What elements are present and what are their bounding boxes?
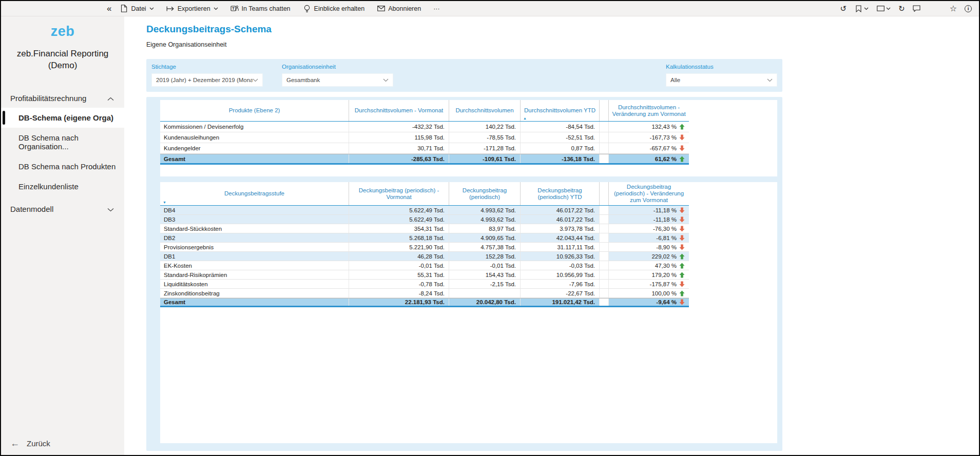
table-row[interactable]: EK-Kosten-0,01 Tsd.-0,01 Tsd.-0,03 Tsd.4… <box>160 261 689 270</box>
value-cell[interactable]: -7,96 Tsd. <box>520 280 599 288</box>
value-cell[interactable]: 115,98 Tsd. <box>349 132 449 143</box>
view-button[interactable] <box>876 5 891 13</box>
value-cell[interactable]: 83,97 Tsd. <box>449 224 520 233</box>
reset-button[interactable]: ↺ <box>840 5 847 12</box>
value-cell[interactable]: -78,55 Tsd. <box>449 132 520 143</box>
export-menu-button[interactable]: Exportieren <box>166 5 218 13</box>
row-label[interactable]: Provisionsergebnis <box>160 243 349 251</box>
value-cell[interactable]: 5.622,49 Tsd. <box>349 206 449 214</box>
change-cell[interactable]: -167,73 % <box>608 132 689 143</box>
nav-item-db-schema-nach-organisation[interactable]: DB Schema nach Organisation... <box>1 128 124 156</box>
value-cell[interactable]: 5.221,90 Tsd. <box>349 243 449 251</box>
value-cell[interactable]: 5.622,49 Tsd. <box>349 215 449 224</box>
nav-section-datenmodell[interactable]: Datenmodell <box>1 200 124 219</box>
row-label[interactable]: Liquiditätskosten <box>160 280 349 288</box>
subscribe-button[interactable]: Abonnieren <box>377 5 421 13</box>
value-cell[interactable]: 46.017,22 Tsd. <box>520 215 599 224</box>
value-cell[interactable]: 22.181,93 Tsd. <box>349 299 449 306</box>
value-cell[interactable]: 354,31 Tsd. <box>349 224 449 233</box>
change-cell[interactable]: 100,00 % <box>608 289 689 298</box>
column-header[interactable]: Deckungsbeitrag (periodisch) YTD <box>520 182 599 205</box>
value-cell[interactable]: -171,28 Tsd. <box>449 143 520 153</box>
nav-section-profitabilitaetsrechnung[interactable]: Profitabilitätsrechnung <box>1 89 124 108</box>
column-header[interactable]: Deckungsbeitrag (periodisch) - Vormonat <box>349 182 449 205</box>
total-row[interactable]: Gesamt-285,63 Tsd.-109,61 Tsd.-136,18 Ts… <box>160 154 689 165</box>
table-row[interactable]: DB25.268,18 Tsd.4.909,65 Tsd.42.043,44 T… <box>160 233 689 243</box>
value-cell[interactable]: -2,15 Tsd. <box>449 280 520 288</box>
value-cell[interactable]: 31.117,11 Tsd. <box>520 243 599 251</box>
value-cell[interactable]: 4.757,38 Tsd. <box>449 243 520 251</box>
value-cell[interactable]: 55,31 Tsd. <box>349 270 449 279</box>
row-label[interactable]: Kundenausleihungen <box>160 132 349 143</box>
table-row[interactable]: Kommissionen / Devisenerfolg-432,32 Tsd.… <box>160 122 689 132</box>
value-cell[interactable]: 10.956,99 Tsd. <box>520 270 599 279</box>
value-cell[interactable]: 4.993,62 Tsd. <box>449 206 520 214</box>
row-label[interactable]: DB4 <box>160 206 349 214</box>
value-cell[interactable]: 46.017,22 Tsd. <box>520 206 599 214</box>
change-cell[interactable]: -6,81 % <box>608 233 689 242</box>
change-cell[interactable]: 47,30 % <box>608 261 689 270</box>
change-cell[interactable]: -11,18 % <box>608 206 689 214</box>
row-label[interactable]: DB1 <box>160 252 349 261</box>
collapse-pane-icon[interactable]: « <box>107 4 111 14</box>
value-cell[interactable]: -285,63 Tsd. <box>349 154 449 163</box>
kalkulationsstatus-dropdown[interactable]: Alle <box>666 73 777 87</box>
value-cell[interactable]: 3.973,78 Tsd. <box>520 224 599 233</box>
value-cell[interactable] <box>449 289 520 298</box>
row-label[interactable]: EK-Kosten <box>160 261 349 270</box>
table-row[interactable]: DB146,28 Tsd.152,28 Tsd.10.926,33 Tsd.22… <box>160 252 689 261</box>
refresh-button[interactable]: ↻ <box>898 5 905 12</box>
value-cell[interactable]: -84,54 Tsd. <box>520 122 599 132</box>
more-options-button[interactable]: ··· <box>433 5 440 12</box>
value-cell[interactable]: -0,03 Tsd. <box>520 261 599 270</box>
value-cell[interactable]: 20.042,80 Tsd. <box>449 299 520 306</box>
value-cell[interactable]: -109,61 Tsd. <box>449 154 520 163</box>
table-row[interactable]: Provisionsergebnis5.221,90 Tsd.4.757,38 … <box>160 243 689 252</box>
value-cell[interactable]: 140,22 Tsd. <box>449 122 520 132</box>
favorite-button[interactable]: ☆ <box>950 4 957 13</box>
get-insights-button[interactable]: Einblicke erhalten <box>303 5 365 13</box>
back-button[interactable]: ← Zurück <box>10 438 50 449</box>
row-label[interactable]: Standard-Risikoprämien <box>160 270 349 279</box>
row-label[interactable]: DB2 <box>160 233 349 242</box>
value-cell[interactable]: 4.993,62 Tsd. <box>449 215 520 224</box>
nav-item-einzelkundenliste[interactable]: Einzelkundenliste <box>1 176 124 196</box>
value-cell[interactable]: 154,43 Tsd. <box>449 270 520 279</box>
change-cell[interactable]: 132,43 % <box>608 122 689 132</box>
table-row[interactable]: Kundenausleihungen115,98 Tsd.-78,55 Tsd.… <box>160 132 689 143</box>
column-header[interactable]: Deckungsbeitrag (periodisch) - Veränderu… <box>608 182 689 205</box>
value-cell[interactable]: -0,01 Tsd. <box>349 261 449 270</box>
row-label[interactable]: Gesamt <box>160 154 349 163</box>
table-row[interactable]: Standard-Risikoprämien55,31 Tsd.154,43 T… <box>160 270 689 280</box>
change-cell[interactable]: -175,87 % <box>608 280 689 288</box>
column-header[interactable]: Durchschnittsvolumen YTD▲ <box>520 100 599 121</box>
nav-item-db-schema-nach-produkten[interactable]: DB Schema nach Produkten <box>1 156 124 176</box>
value-cell[interactable]: -52,51 Tsd. <box>520 132 599 143</box>
column-header[interactable]: Deckungsbeitragsstufe▼ <box>160 182 349 205</box>
value-cell[interactable]: 10.926,33 Tsd. <box>520 252 599 261</box>
stichtage-dropdown[interactable]: 2019 (Jahr) + Dezember 2019 (Monat) <box>151 73 263 87</box>
row-label[interactable]: Zinskonditionsbeitrag <box>160 289 349 298</box>
value-cell[interactable]: 0,87 Tsd. <box>520 143 599 153</box>
value-cell[interactable]: 191.021,42 Tsd. <box>520 299 599 306</box>
total-row[interactable]: Gesamt22.181,93 Tsd.20.042,80 Tsd.191.02… <box>160 298 689 307</box>
value-cell[interactable]: 4.909,65 Tsd. <box>449 233 520 242</box>
change-cell[interactable]: -657,67 % <box>608 143 689 153</box>
change-cell[interactable]: -9,64 % <box>608 299 689 306</box>
column-header[interactable]: Durchschnittsvolumen - Vormonat <box>349 100 449 121</box>
value-cell[interactable]: 46,28 Tsd. <box>349 252 449 261</box>
chat-in-teams-button[interactable]: T In Teams chatten <box>230 5 291 13</box>
change-cell[interactable]: -76,30 % <box>608 224 689 233</box>
value-cell[interactable]: 5.268,18 Tsd. <box>349 233 449 242</box>
column-header[interactable]: Deckungsbeitrag (periodisch) <box>449 182 520 205</box>
file-menu-button[interactable]: Datei <box>120 5 153 13</box>
table-row[interactable]: Liquiditätskosten-0,78 Tsd.-2,15 Tsd.-7,… <box>160 280 689 289</box>
value-cell[interactable]: 42.043,44 Tsd. <box>520 233 599 242</box>
value-cell[interactable]: -432,32 Tsd. <box>349 122 449 132</box>
row-label[interactable]: Kommissionen / Devisenerfolg <box>160 122 349 132</box>
organisationseinheit-dropdown[interactable]: Gesamtbank <box>282 73 393 87</box>
change-cell[interactable]: -8,90 % <box>608 243 689 251</box>
change-cell[interactable]: 61,62 % <box>608 154 689 163</box>
change-cell[interactable]: -11,18 % <box>608 215 689 224</box>
table-row[interactable]: DB45.622,49 Tsd.4.993,62 Tsd.46.017,22 T… <box>160 206 689 215</box>
